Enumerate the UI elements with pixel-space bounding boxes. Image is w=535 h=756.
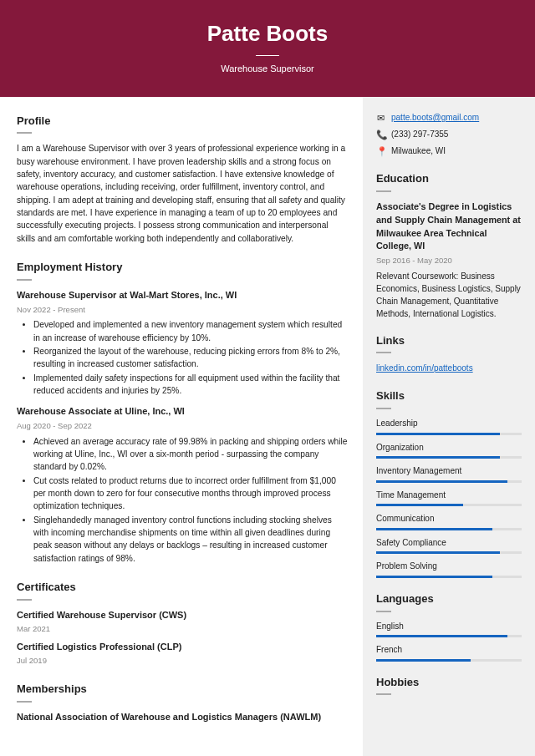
job-bullet: Implemented daily safety inspections for…: [33, 372, 348, 398]
skill-name: Safety Compliance: [376, 537, 522, 550]
skill-bar: [376, 659, 522, 662]
skill-name: Inventory Management: [376, 465, 522, 478]
cert-date: Mar 2021: [17, 623, 348, 635]
profile-section: Profile I am a Warehouse Supervisor with…: [17, 114, 348, 245]
employment-section: Employment History Warehouse Supervisor …: [17, 260, 348, 565]
heading-rule: [376, 352, 391, 353]
skill-fill: [376, 504, 463, 506]
phone-text: (233) 297-7355: [391, 129, 448, 141]
skill-fill: [376, 433, 500, 435]
skill-item: French: [376, 644, 522, 662]
heading-rule: [17, 279, 32, 281]
education-dates: Sep 2016 - May 2020: [376, 255, 522, 266]
languages-section: Languages EnglishFrench: [376, 591, 522, 662]
skill-fill: [376, 576, 492, 578]
heading-rule: [376, 408, 391, 409]
section-heading: Hobbies: [376, 675, 522, 691]
profile-text: I am a Warehouse Supervisor with over 3 …: [17, 142, 348, 244]
skill-item: Safety Compliance: [376, 537, 522, 555]
job-title: Warehouse Associate at Uline, Inc., WI: [17, 405, 348, 419]
skill-name: French: [376, 644, 522, 657]
section-heading: Skills: [376, 388, 522, 404]
heading-rule: [376, 693, 391, 695]
skill-bar: [376, 504, 522, 506]
skill-item: Leadership: [376, 418, 522, 435]
skill-fill: [376, 659, 471, 662]
skill-fill: [376, 480, 507, 483]
skill-fill: [376, 528, 492, 530]
hobbies-section: Hobbies: [376, 675, 522, 696]
skill-bar: [376, 528, 522, 530]
job-dates: Nov 2022 - Present: [17, 304, 348, 316]
resume-header: Patte Boots Warehouse Supervisor: [0, 0, 535, 97]
job-entry: Warehouse Associate at Uline, Inc., WIAu…: [17, 405, 348, 565]
section-heading: Profile: [17, 114, 348, 129]
memberships-section: Memberships National Association of Ware…: [17, 682, 348, 724]
cert-date: Jul 2019: [17, 655, 348, 667]
skill-item: English: [376, 621, 522, 638]
skill-name: Leadership: [376, 418, 522, 430]
job-title: Warehouse Supervisor: [0, 63, 535, 76]
links-section: Links linkedin.com/in/patteboots: [376, 333, 522, 376]
job-dates: Aug 2020 - Sep 2022: [17, 420, 348, 432]
skill-bar: [376, 551, 522, 554]
job-bullet: Singlehandedly managed inventory control…: [33, 514, 348, 565]
skill-item: Inventory Management: [376, 465, 522, 483]
main-column: Profile I am a Warehouse Supervisor with…: [0, 97, 363, 756]
location-text: Milwaukee, WI: [391, 145, 446, 158]
heading-rule: [376, 190, 391, 192]
job-bullets: Developed and implemented a new inventor…: [17, 318, 348, 397]
certificate-item: Certified Logistics Professional (CLP)Ju…: [17, 641, 348, 667]
location-icon: 📍: [376, 145, 385, 159]
skill-name: Time Management: [376, 490, 522, 502]
header-rule: [256, 55, 279, 56]
email-icon: ✉: [376, 112, 385, 125]
section-heading: Education: [376, 171, 522, 187]
contact-section: ✉patte.boots@gmail.com 📞(233) 297-7355 📍…: [376, 112, 522, 159]
section-heading: Certificates: [17, 580, 348, 596]
skill-bar: [376, 433, 522, 435]
name: Patte Boots: [0, 18, 535, 50]
membership-item: National Association of Warehouse and Lo…: [17, 711, 348, 724]
linkedin-link[interactable]: linkedin.com/in/patteboots: [376, 363, 473, 373]
section-heading: Employment History: [17, 260, 348, 276]
skill-name: English: [376, 621, 522, 633]
certificate-item: Certified Warehouse Supervisor (CWS)Mar …: [17, 609, 348, 635]
job-bullet: Cut costs related to product returns due…: [33, 474, 348, 513]
skill-item: Organization: [376, 442, 522, 459]
section-heading: Links: [376, 333, 522, 349]
job-bullet: Reorganized the layout of the warehouse,…: [33, 345, 348, 371]
certificates-section: Certificates Certified Warehouse Supervi…: [17, 580, 348, 667]
section-heading: Memberships: [17, 682, 348, 698]
phone-icon: 📞: [376, 129, 385, 142]
job-bullet: Achieved an average accuracy rate of 99.…: [33, 435, 348, 474]
skill-item: Time Management: [376, 490, 522, 507]
skill-item: Problem Solving: [376, 561, 522, 578]
heading-rule: [376, 611, 391, 612]
job-bullets: Achieved an average accuracy rate of 99.…: [17, 435, 348, 565]
skill-fill: [376, 456, 500, 459]
cert-name: Certified Warehouse Supervisor (CWS): [17, 609, 348, 622]
education-title: Associate's Degree in Logistics and Supp…: [376, 200, 522, 253]
job-title: Warehouse Supervisor at Wal-Mart Stores,…: [17, 289, 348, 302]
email-link[interactable]: patte.boots@gmail.com: [391, 112, 479, 124]
skill-name: Organization: [376, 442, 522, 454]
section-heading: Languages: [376, 591, 522, 607]
skill-bar: [376, 635, 522, 637]
contact-email: ✉patte.boots@gmail.com: [376, 112, 522, 125]
skill-name: Problem Solving: [376, 561, 522, 573]
skill-bar: [376, 480, 522, 483]
education-section: Education Associate's Degree in Logistic…: [376, 171, 522, 319]
contact-location: 📍Milwaukee, WI: [376, 145, 522, 159]
sidebar: ✉patte.boots@gmail.com 📞(233) 297-7355 📍…: [363, 97, 535, 756]
skills-section: Skills LeadershipOrganizationInventory M…: [376, 388, 522, 577]
skill-bar: [376, 456, 522, 459]
skill-item: Communication: [376, 513, 522, 530]
skill-fill: [376, 551, 500, 554]
skill-fill: [376, 635, 507, 637]
cert-name: Certified Logistics Professional (CLP): [17, 641, 348, 654]
skill-name: Communication: [376, 513, 522, 525]
skill-bar: [376, 576, 522, 578]
job-bullet: Developed and implemented a new inventor…: [33, 318, 348, 344]
job-entry: Warehouse Supervisor at Wal-Mart Stores,…: [17, 289, 348, 397]
